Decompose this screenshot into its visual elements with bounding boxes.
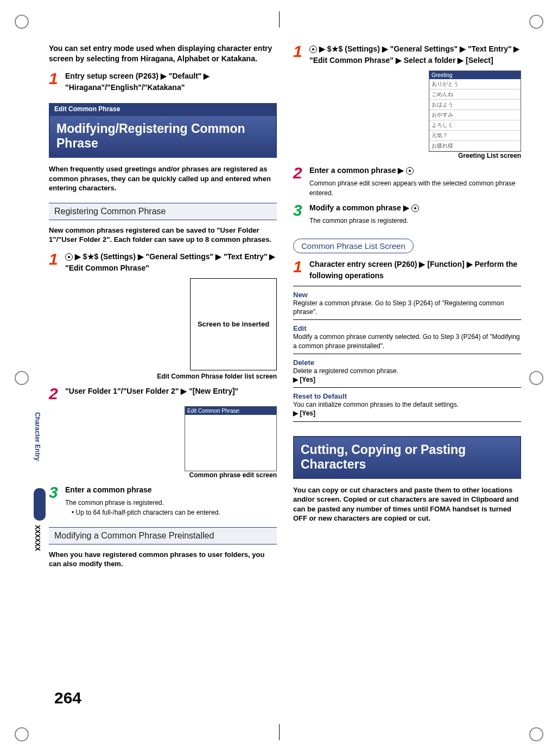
center-key-icon bbox=[406, 167, 414, 175]
step-number: 1 bbox=[293, 259, 309, 275]
option-reset-title: Reset to Default bbox=[293, 392, 521, 400]
step-entry-setup: 1 Entry setup screen (P263) ▶ "Default" … bbox=[49, 71, 277, 93]
sub-desc: When you have registered common phrases … bbox=[49, 550, 277, 569]
divider bbox=[293, 354, 521, 354]
crop-mark bbox=[525, 367, 547, 389]
greeting-rows: ありがとう ごめんね おはよう おやすみ よろしく 元気？ お疲れ様 bbox=[429, 79, 521, 151]
step-bullet: • Up to 64 full-/half-pitch characters c… bbox=[72, 508, 277, 517]
page-number: 264 bbox=[54, 689, 81, 707]
screenshot-caption: Greeting List screen bbox=[293, 152, 521, 159]
list-item: よろしく bbox=[429, 120, 521, 131]
step-select-folder: 2 "User Folder 1"/"User Folder 2" ▶ "[Ne… bbox=[49, 386, 277, 402]
pill-heading: Common Phrase List Screen bbox=[293, 239, 414, 253]
step-text: ▶ $★$ (Settings) ▶ "General Settings" ▶ … bbox=[65, 252, 275, 272]
crop-mark bbox=[11, 723, 33, 745]
side-tab-indicator bbox=[34, 488, 46, 521]
step-text: ▶ $★$ (Settings) ▶ "General Settings" ▶ … bbox=[309, 44, 519, 65]
center-key-icon bbox=[309, 46, 317, 53]
step-lead: Enter a common phrase ▶ bbox=[309, 166, 406, 175]
divider bbox=[293, 319, 521, 320]
option-new-title: New bbox=[293, 291, 521, 299]
option-delete-title: Delete bbox=[293, 358, 521, 367]
step-text: "User Folder 1"/"User Folder 2" ▶ "[New … bbox=[65, 387, 238, 395]
edit-phrase-screenshot: Edit Common Phrase: bbox=[185, 406, 277, 471]
right-column: 1 ▶ $★$ (Settings) ▶ "General Settings" … bbox=[293, 43, 521, 575]
step-number: 2 bbox=[293, 165, 309, 181]
section-title-cutcopy: Cutting, Copying or Pasting Characters bbox=[293, 436, 521, 479]
list-item: お疲れ様 bbox=[429, 141, 521, 151]
list-item: ありがとう bbox=[429, 79, 521, 89]
step-number: 2 bbox=[49, 386, 65, 402]
section-desc-cutcopy: You can copy or cut characters and paste… bbox=[293, 485, 521, 523]
step-enter-phrase: 3 Enter a common phrase The common phras… bbox=[49, 484, 277, 517]
step-sub: Common phrase edit screen appears with t… bbox=[309, 178, 521, 198]
step-lead: Modify a common phrase ▶ bbox=[309, 203, 411, 212]
section-desc: When frequently used greetings and/or ph… bbox=[49, 164, 277, 193]
step-sub: The common phrase is registered. bbox=[65, 498, 277, 508]
option-edit-body: Modify a common phrase currently selecte… bbox=[293, 332, 521, 350]
crop-mark bbox=[525, 11, 547, 33]
crop-mark bbox=[268, 723, 290, 745]
step-number: 3 bbox=[49, 484, 65, 501]
divider bbox=[293, 387, 521, 388]
center-key-icon bbox=[65, 253, 73, 261]
step-nav-select-folder: 1 ▶ $★$ (Settings) ▶ "General Settings" … bbox=[293, 43, 521, 66]
crop-mark bbox=[11, 11, 33, 33]
category-bar: Edit Common Phrase bbox=[49, 103, 277, 115]
option-delete-body: Delete a registered common phrase. bbox=[293, 367, 521, 375]
divider bbox=[293, 286, 521, 286]
step-nav-edit-phrase: 1 ▶ $★$ (Settings) ▶ "General Settings" … bbox=[49, 251, 277, 274]
step-number: 1 bbox=[49, 251, 65, 267]
side-placeholder: XXXXXX bbox=[34, 525, 41, 551]
screenshot-caption: Edit Common Phrase folder list screen bbox=[49, 373, 277, 380]
step-number: 1 bbox=[293, 43, 309, 60]
crop-mark bbox=[268, 11, 290, 33]
screenshot-placeholder: Screen to be inserted bbox=[190, 278, 277, 370]
section-title: Modifying/Registering Common Phrase bbox=[49, 115, 277, 158]
step-modify-common-phrase: 3 Modify a common phrase ▶ The common ph… bbox=[293, 202, 521, 226]
screenshot-titlebar: Greeting bbox=[429, 71, 521, 79]
left-column: You can set entry mode used when display… bbox=[49, 43, 277, 575]
list-item: おはよう bbox=[429, 100, 521, 110]
option-new-body: Register a common phrase. Go to Step 3 (… bbox=[293, 299, 521, 316]
list-item: 元気？ bbox=[429, 131, 521, 141]
screenshot-caption: Common phrase edit screen bbox=[49, 471, 277, 479]
step-lead: Enter a common phrase bbox=[65, 484, 277, 496]
sub-desc: New common phrases registered can be sav… bbox=[49, 226, 277, 245]
list-item: おやすみ bbox=[429, 110, 521, 120]
option-delete-action: ▶ [Yes] bbox=[293, 375, 521, 384]
sub-heading-registering: Registering Common Phrase bbox=[49, 203, 277, 220]
list-item: ごめんね bbox=[429, 89, 521, 100]
step-enter-common-phrase: 2 Enter a common phrase ▶ Common phrase … bbox=[293, 165, 521, 198]
side-tab-label: Character Entry bbox=[34, 412, 41, 461]
step-text: Character entry screen (P260) ▶ [Functio… bbox=[309, 260, 517, 280]
center-key-icon bbox=[411, 204, 419, 212]
step-text: Entry setup screen (P263) ▶ "Default" ▶ … bbox=[65, 72, 210, 92]
intro-text: You can set entry mode used when display… bbox=[49, 43, 277, 64]
option-reset-body: You can initialize common phrases to the… bbox=[293, 400, 521, 409]
option-edit-title: Edit bbox=[293, 324, 521, 332]
screenshot-titlebar: Edit Common Phrase: bbox=[185, 407, 276, 415]
option-reset-action: ▶ [Yes] bbox=[293, 409, 521, 418]
crop-mark bbox=[11, 367, 33, 389]
step-number: 1 bbox=[49, 71, 65, 87]
step-function-menu: 1 Character entry screen (P260) ▶ [Funct… bbox=[293, 259, 521, 281]
crop-mark bbox=[525, 723, 547, 745]
sub-heading-modifying: Modifying a Common Phrase Preinstalled bbox=[49, 527, 277, 544]
greeting-list-screenshot: Greeting ありがとう ごめんね おはよう おやすみ よろしく 元気？ お… bbox=[429, 71, 521, 152]
divider bbox=[293, 421, 521, 422]
step-number: 3 bbox=[293, 202, 309, 219]
step-sub: The common phrase is registered. bbox=[309, 216, 521, 226]
